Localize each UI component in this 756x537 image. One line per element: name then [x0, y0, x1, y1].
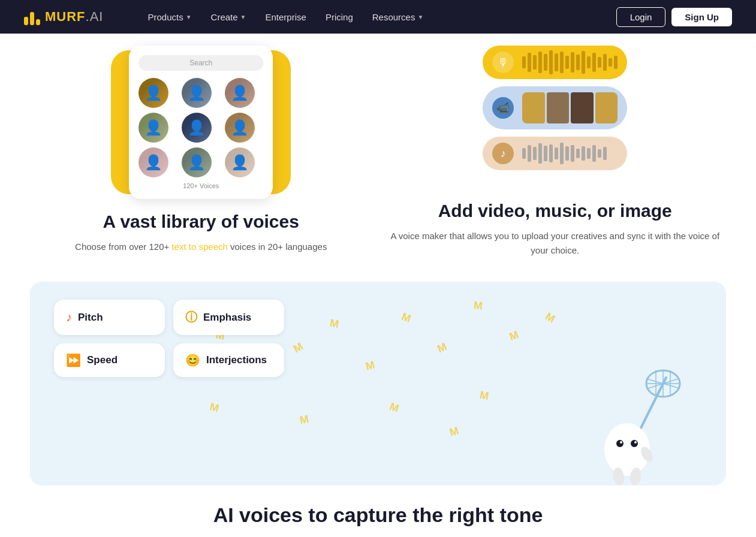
waveform-bar — [560, 143, 564, 164]
media-stacks: 🎙 — [483, 46, 627, 170]
waveform-bar — [533, 147, 537, 160]
signup-button[interactable]: Sign Up — [671, 8, 732, 26]
waveform-bar — [609, 58, 612, 67]
audio-waveform — [522, 52, 618, 73]
avatar — [225, 147, 255, 177]
waveform-bar — [576, 55, 580, 70]
waveform-bar — [571, 145, 574, 162]
voice-count-label: 120+ Voices — [138, 182, 263, 189]
svg-point-9 — [631, 440, 638, 447]
voice-library-text: A vast library of voices Choose from ove… — [75, 199, 327, 254]
feature-cards-grid: ♪ Pitch ⓘ Emphasis ⏩ Speed 😊 Interjectio… — [54, 300, 702, 377]
voice-library-section: Search 120+ Voices — [36, 46, 366, 254]
voice-library-visual: Search 120+ Voices — [129, 46, 273, 199]
pitch-label: Pitch — [78, 312, 103, 324]
svg-point-8 — [616, 440, 624, 447]
navbar: MURF.AI Products ▼ Create ▼ Enterprise P… — [0, 0, 756, 34]
avatar — [225, 113, 255, 143]
feature-section: M M M M M M M M M M M M M M M M M ♪ Pitc… — [30, 282, 726, 485]
avatar — [138, 78, 168, 108]
waveform-bar — [538, 52, 542, 73]
chevron-down-icon: ▼ — [417, 14, 423, 20]
video-segment — [595, 92, 618, 123]
speed-icon: ⏩ — [66, 353, 81, 367]
nav-resources[interactable]: Resources ▼ — [364, 7, 432, 27]
nav-links: Products ▼ Create ▼ Enterprise Pricing R… — [139, 7, 616, 27]
bottom-description: Play with pitch, punctuations and emphas… — [60, 534, 696, 537]
voice-card: Search 120+ Voices — [129, 46, 273, 199]
waveform-bar — [528, 145, 531, 162]
voice-library-title: A vast library of voices — [75, 211, 327, 233]
video-segment — [571, 92, 594, 123]
music-icon: ♪ — [492, 143, 514, 164]
waveform-bar — [576, 149, 580, 158]
video-icon: 📹 — [492, 97, 514, 119]
music-row: ♪ — [483, 137, 627, 170]
waveform-bar — [522, 148, 526, 159]
waveform-bar — [587, 148, 591, 159]
svg-point-11 — [634, 441, 637, 444]
waveform-bar — [565, 146, 569, 161]
waveform-bar — [603, 147, 607, 160]
logo[interactable]: MURF.AI — [24, 8, 103, 25]
waveform-bar — [571, 52, 574, 73]
video-section-text: Add video, music, or image A voice maker… — [390, 188, 721, 258]
waveform-bar — [598, 149, 601, 158]
logo-bar-3 — [36, 19, 40, 25]
waveform-bar — [582, 146, 585, 161]
interjections-icon: 😊 — [185, 353, 200, 367]
nav-pricing[interactable]: Pricing — [317, 7, 362, 27]
waveform-bar — [582, 51, 585, 74]
pitch-icon: ♪ — [66, 310, 72, 324]
audio-row: 🎙 — [483, 46, 627, 79]
speed-label: Speed — [87, 354, 118, 366]
video-segment — [547, 92, 570, 123]
emphasis-icon: ⓘ — [185, 309, 197, 325]
avatar — [182, 113, 212, 143]
video-section: 🎙 — [390, 46, 721, 258]
feature-card-interjections[interactable]: 😊 Interjections — [173, 343, 284, 377]
logo-murf: MURF — [45, 9, 86, 24]
avatar — [182, 78, 212, 108]
interjections-label: Interjections — [206, 354, 267, 366]
waveform-bar — [565, 56, 569, 69]
waveform-bar — [603, 54, 607, 71]
voice-library-description: Choose from over 120+ text to speech voi… — [75, 240, 327, 254]
mic-icon: 🎙 — [492, 52, 514, 73]
video-section-title: Add video, music, or image — [390, 200, 721, 222]
nav-products[interactable]: Products ▼ — [139, 7, 200, 27]
waveform-bar — [592, 145, 596, 162]
bottom-section: AI voices to capture the right tone Play… — [36, 485, 720, 537]
feature-card-emphasis[interactable]: ⓘ Emphasis — [173, 300, 284, 335]
waveform-bar — [592, 53, 596, 72]
waveform-bar — [528, 53, 531, 72]
video-segment — [522, 92, 545, 123]
waveform-bar — [544, 54, 547, 71]
voice-tts-link[interactable]: text to speech — [171, 242, 227, 252]
waveform-bar — [555, 53, 558, 71]
avatar-grid — [138, 78, 263, 177]
voice-search-field: Search — [138, 55, 263, 71]
logo-bar-1 — [24, 17, 28, 25]
feature-card-speed[interactable]: ⏩ Speed — [54, 343, 165, 377]
avatar — [225, 78, 255, 108]
nav-enterprise[interactable]: Enterprise — [257, 7, 315, 27]
waveform-bar — [522, 56, 526, 68]
main-content: Search 120+ Voices — [0, 34, 756, 537]
music-waveform — [522, 143, 618, 164]
waveform-bar — [555, 147, 558, 159]
video-row: 📹 — [483, 86, 627, 129]
logo-bar-2 — [30, 12, 34, 25]
video-section-description: A voice maker that allows you to upload … — [390, 229, 721, 258]
login-button[interactable]: Login — [616, 7, 666, 27]
waveform-bar — [614, 56, 618, 69]
avatar — [138, 113, 168, 143]
nav-create[interactable]: Create ▼ — [203, 7, 255, 27]
waveform-bar — [533, 55, 537, 70]
logo-icon — [24, 8, 40, 25]
waveform-bar — [598, 57, 601, 68]
top-section: Search 120+ Voices — [36, 46, 720, 282]
feature-card-pitch[interactable]: ♪ Pitch — [54, 300, 165, 335]
waveform-bar — [587, 56, 591, 68]
waveform-bar — [549, 144, 553, 162]
